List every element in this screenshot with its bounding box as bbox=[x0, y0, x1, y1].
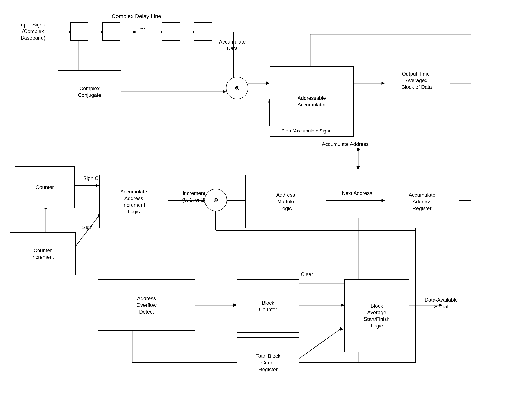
input-signal-label: Input Signal(ComplexBaseband) bbox=[12, 21, 54, 41]
accumulate-address-label: Accumulate Address bbox=[311, 141, 379, 147]
data-available-label: Data-AvailableSignal bbox=[411, 297, 471, 310]
output-label: Output Time-AveragedBlock of Data bbox=[387, 70, 447, 91]
delay-box-3 bbox=[162, 22, 180, 40]
complex-conjugate-block: ComplexConjugate bbox=[57, 70, 121, 113]
counter-block: Counter bbox=[15, 166, 75, 208]
counter-increment-block: CounterIncrement bbox=[10, 232, 76, 275]
add-circle: ⊕ bbox=[205, 189, 227, 211]
dot-accumulate-address bbox=[357, 148, 360, 151]
diagram-container: Input Signal(ComplexBaseband) Complex De… bbox=[0, 0, 532, 403]
address-overflow-detect-block: AddressOverflowDetect bbox=[98, 280, 195, 331]
delay-box-2 bbox=[102, 22, 120, 40]
svg-marker-57 bbox=[341, 304, 344, 306]
accumulate-address-register-block: AccumulateAddressRegister bbox=[385, 175, 459, 228]
svg-marker-18 bbox=[266, 82, 270, 85]
svg-marker-21 bbox=[381, 82, 385, 85]
svg-line-35 bbox=[75, 215, 99, 247]
complex-delay-line-label: Complex Delay Line bbox=[92, 13, 181, 20]
svg-marker-42 bbox=[381, 199, 385, 202]
total-block-count-register-block: Total BlockCountRegister bbox=[237, 337, 299, 388]
clear-label: Clear bbox=[294, 271, 320, 278]
delay-box-4 bbox=[194, 22, 212, 40]
multiply-circle: ⊗ bbox=[226, 77, 248, 99]
svg-line-58 bbox=[299, 329, 341, 358]
block-average-start-finish-block: BlockAverageStart/FinishLogic bbox=[344, 280, 409, 352]
sign-label: Sign bbox=[77, 224, 98, 231]
next-address-label: Next Address bbox=[329, 190, 385, 196]
svg-marker-16 bbox=[223, 90, 226, 93]
address-modulo-logic-block: AddressModuloLogic bbox=[245, 175, 326, 228]
svg-marker-55 bbox=[233, 304, 237, 306]
svg-marker-59 bbox=[340, 327, 343, 331]
accumulate-data-label: AccumulateData bbox=[211, 39, 254, 52]
svg-marker-32 bbox=[357, 166, 360, 170]
addressable-accumulator-block: AddressableAccumulator bbox=[270, 66, 354, 136]
delay-box-1 bbox=[70, 22, 89, 40]
block-counter-block: BlockCounter bbox=[237, 280, 299, 333]
store-accumulate-label: Store/Accumulate Signal bbox=[270, 128, 344, 134]
svg-marker-34 bbox=[96, 184, 99, 187]
delay-ellipsis: ··· bbox=[133, 25, 152, 33]
accumulate-address-increment-logic-block: AccumulateAddressIncrementLogic bbox=[99, 175, 168, 228]
